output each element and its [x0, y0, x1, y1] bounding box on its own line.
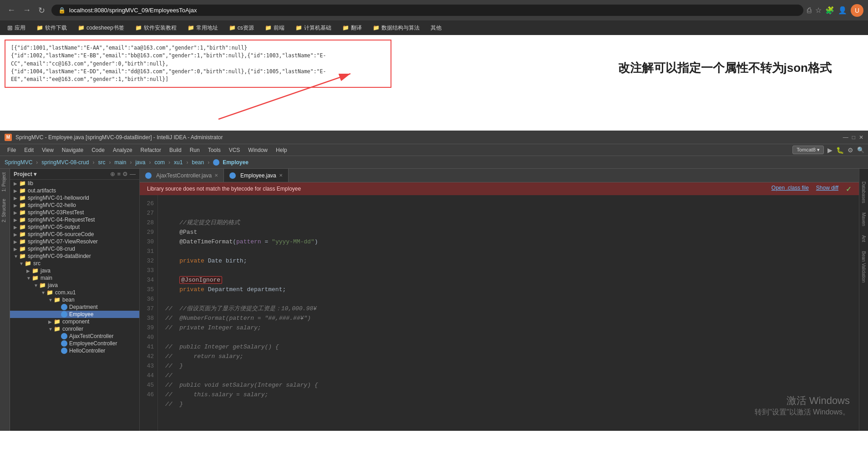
tree-out[interactable]: ▶ 📁 out.artifacts	[10, 187, 139, 194]
menu-refactor[interactable]: Refactor	[137, 146, 165, 154]
tree-databinder[interactable]: ▼ 📁 springMVC-09-dataBinder	[10, 252, 139, 260]
tree-lib[interactable]: ▶ 📁 lib	[10, 180, 139, 187]
menu-edit[interactable]: Edit	[20, 146, 37, 154]
reload-button[interactable]: ↻	[36, 5, 48, 16]
star-icon[interactable]: ☆	[815, 6, 822, 15]
right-tab-ant[interactable]: Ant	[860, 232, 867, 246]
bc-java[interactable]: java	[135, 159, 145, 166]
tree-main[interactable]: ▼ 📁 main	[10, 274, 139, 282]
bc-employee[interactable]: Employee	[223, 159, 249, 166]
tree-department[interactable]: ▶ Department	[10, 303, 139, 311]
tree-viewresolver[interactable]: ▶ 📁 springMVC-07-ViewResolver	[10, 238, 139, 245]
bookmark-frontend[interactable]: 📁 前端	[262, 23, 287, 33]
bookmark-translate[interactable]: 📁 翻译	[340, 23, 365, 33]
bc-bean[interactable]: bean	[192, 159, 204, 166]
folder-icon: 📁	[19, 253, 26, 259]
menu-window[interactable]: Window	[244, 146, 271, 154]
tree-java-main[interactable]: ▼ 📁 java	[10, 282, 139, 289]
tree-source[interactable]: ▶ 📁 springMVC-06-sourceCode	[10, 231, 139, 238]
bc-src[interactable]: src	[98, 159, 105, 166]
extension-icon[interactable]: 🧩	[825, 6, 834, 15]
back-button[interactable]: ←	[5, 5, 18, 16]
bookmark-download[interactable]: 📁 软件下载	[34, 23, 70, 33]
warning-dismiss[interactable]: ✓	[846, 185, 852, 193]
menu-code[interactable]: Code	[88, 146, 108, 154]
tree-rest[interactable]: ▶ 📁 springMVC-03RestTest	[10, 209, 139, 216]
bookmark-codesheep[interactable]: 📁 codesheep书签	[75, 23, 127, 33]
right-tab-bean-validation[interactable]: Bean Validation	[860, 247, 867, 286]
debug-button[interactable]: 🐛	[836, 146, 844, 154]
menu-help[interactable]: Help	[272, 146, 291, 154]
profile-icon[interactable]: 👤	[838, 6, 847, 15]
bookmark-software[interactable]: 📁 软件安装教程	[132, 23, 179, 33]
tree-java-test[interactable]: ▶ 📁 java	[10, 267, 139, 274]
sidebar-gear-icon[interactable]: ⚙	[122, 171, 128, 177]
menu-vcs[interactable]: VCS	[225, 146, 244, 154]
menu-analyze[interactable]: Analyze	[109, 146, 136, 154]
sidebar-pin-icon[interactable]: ⊕	[110, 171, 115, 177]
tree-output[interactable]: ▶ 📁 springMVC-05-output	[10, 223, 139, 231]
tree-hello[interactable]: ▶ 📁 springMVC-02-hello	[10, 202, 139, 209]
idea-secondbar: SpringMVC › springMVC-08-crud › src › ma…	[0, 156, 868, 169]
right-tab-databases[interactable]: Databases	[860, 178, 867, 207]
sidebar-collapse-icon[interactable]: ≡	[117, 171, 121, 177]
sidebar-close-icon[interactable]: —	[130, 171, 136, 177]
tree-controller-folder[interactable]: ▼ 📁 conroller	[10, 325, 139, 333]
bc-springmvc[interactable]: SpringMVC	[5, 159, 32, 166]
bc-crud[interactable]: springMVC-08-crud	[41, 159, 89, 166]
search-everywhere-icon[interactable]: 🔍	[857, 146, 864, 153]
close-button[interactable]: ✕	[859, 134, 863, 141]
tree-crud[interactable]: ▶ 📁 springMVC-08-crud	[10, 245, 139, 252]
tree-ajaxcontroller[interactable]: ▶ AjaxTestController	[10, 333, 139, 340]
menu-run[interactable]: Run	[186, 146, 203, 154]
bookmark-algo[interactable]: 📁 数据结构与算法	[370, 23, 422, 33]
folder-icon: 📁	[19, 187, 26, 194]
address-bar[interactable]: 🔒 localhost:8080/springMVC_09/EmployeesT…	[51, 5, 803, 16]
tree-comxu1[interactable]: ▼ 📁 com.xu1	[10, 289, 139, 296]
bc-main[interactable]: main	[114, 159, 126, 166]
menu-view[interactable]: View	[38, 146, 57, 154]
arrow-icon: ▶	[14, 247, 18, 252]
tree-hellocontroller[interactable]: ▶ HelloController	[10, 347, 139, 354]
bc-com[interactable]: com	[154, 159, 165, 166]
maximize-button[interactable]: □	[852, 134, 855, 141]
menu-navigate[interactable]: Navigate	[58, 146, 87, 154]
menu-tools[interactable]: Tools	[204, 146, 224, 154]
bookmark-cs-basics[interactable]: 📁 计算机基础	[293, 23, 334, 33]
tab-close-ajax[interactable]: ✕	[214, 173, 218, 178]
code-content[interactable]: //规定提交日期的格式 @Past @DateTimeFormat(patter…	[158, 195, 859, 431]
tree-helloworld[interactable]: ▶ 📁 springMVC-01-helloworld	[10, 194, 139, 202]
left-tab-structure[interactable]: 2: Structure	[0, 195, 10, 226]
bookmark-other[interactable]: 其他	[428, 23, 444, 33]
bookmark-common[interactable]: 📁 常用地址	[185, 23, 221, 33]
tree-src[interactable]: ▼ 📁 src	[10, 260, 139, 267]
forward-button[interactable]: →	[20, 5, 34, 16]
left-tab-project[interactable]: 1: Project	[0, 169, 10, 195]
tomcat-config[interactable]: Tomcat8 ▾	[792, 146, 824, 154]
user-avatar[interactable]: U	[851, 4, 863, 17]
tab-employee[interactable]: Employee.java ✕	[224, 169, 289, 182]
bookmark-apps[interactable]: ⊞ 应用	[5, 23, 28, 33]
minimize-button[interactable]: —	[843, 134, 848, 141]
open-class-link[interactable]: Open .class file	[772, 185, 809, 193]
tree-component[interactable]: ▶ 📁 component	[10, 318, 139, 325]
share-icon[interactable]: ⎙	[807, 6, 812, 15]
bookmark-cs[interactable]: 📁 cs资源	[226, 23, 257, 33]
folder-icon: 📁	[54, 297, 61, 303]
folder-icon: 📁	[19, 217, 26, 223]
tree-bean-folder[interactable]: ▼ 📁 bean	[10, 296, 139, 303]
settings-button[interactable]: ⚙	[848, 146, 853, 154]
tab-close-employee[interactable]: ✕	[279, 173, 283, 178]
line-numbers: 26 27 28 29 30 31 32 33 34 35 36 37 38 3…	[140, 195, 158, 431]
run-button[interactable]: ▶	[827, 146, 832, 154]
show-diff-link[interactable]: Show diff	[816, 185, 838, 193]
tree-employee[interactable]: ▶ Employee	[10, 311, 139, 318]
right-tab-maven[interactable]: Maven	[860, 209, 867, 230]
menu-file[interactable]: File	[4, 146, 20, 154]
bc-xu1[interactable]: xu1	[174, 159, 183, 166]
tree-empcontroller[interactable]: ▶ EmployeeController	[10, 340, 139, 347]
tab-ajaxcontroller[interactable]: AjaxTestController.java ✕	[140, 169, 224, 182]
arrow-icon: ▶	[14, 181, 18, 186]
menu-build[interactable]: Build	[166, 146, 185, 154]
tree-request[interactable]: ▶ 📁 springMVC-04-RequestTest	[10, 216, 139, 223]
